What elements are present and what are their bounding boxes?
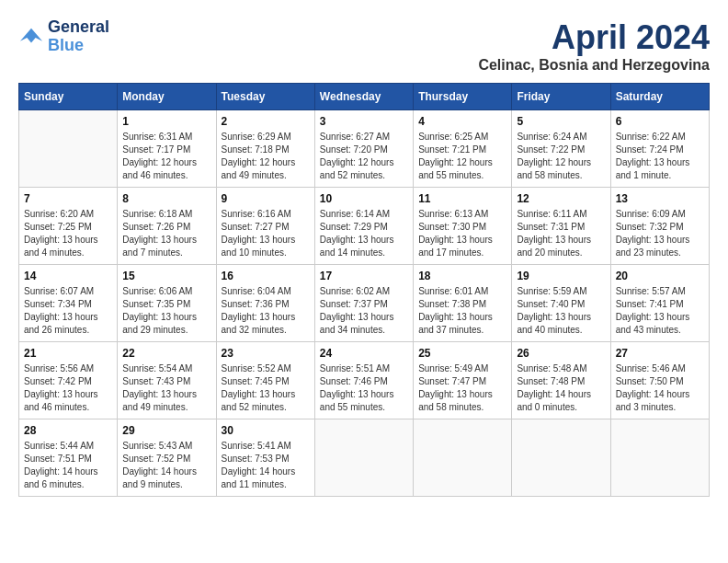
calendar-cell: 8Sunrise: 6:18 AM Sunset: 7:26 PM Daylig… bbox=[118, 188, 216, 265]
day-number: 28 bbox=[24, 424, 112, 437]
day-info: Sunrise: 6:14 AM Sunset: 7:29 PM Dayligh… bbox=[320, 208, 408, 259]
calendar-week-2: 7Sunrise: 6:20 AM Sunset: 7:25 PM Daylig… bbox=[19, 188, 710, 265]
day-number: 20 bbox=[616, 270, 704, 282]
calendar-table: SundayMondayTuesdayWednesdayThursdayFrid… bbox=[18, 83, 710, 497]
calendar-week-5: 28Sunrise: 5:44 AM Sunset: 7:51 PM Dayli… bbox=[19, 419, 710, 497]
calendar-cell: 3Sunrise: 6:27 AM Sunset: 7:20 PM Daylig… bbox=[314, 110, 413, 188]
calendar-cell: 17Sunrise: 6:02 AM Sunset: 7:37 PM Dayli… bbox=[314, 265, 413, 342]
calendar-cell: 24Sunrise: 5:51 AM Sunset: 7:46 PM Dayli… bbox=[314, 342, 413, 419]
day-info: Sunrise: 6:11 AM Sunset: 7:31 PM Dayligh… bbox=[517, 208, 605, 259]
day-info: Sunrise: 6:18 AM Sunset: 7:26 PM Dayligh… bbox=[122, 208, 210, 259]
day-info: Sunrise: 6:29 AM Sunset: 7:18 PM Dayligh… bbox=[222, 131, 310, 182]
calendar-cell: 2Sunrise: 6:29 AM Sunset: 7:18 PM Daylig… bbox=[216, 110, 314, 188]
weekday-header-friday: Friday bbox=[512, 84, 610, 110]
day-info: Sunrise: 6:31 AM Sunset: 7:17 PM Dayligh… bbox=[122, 131, 210, 182]
calendar-cell: 26Sunrise: 5:48 AM Sunset: 7:48 PM Dayli… bbox=[512, 342, 610, 419]
day-number: 23 bbox=[222, 347, 310, 360]
day-number: 25 bbox=[418, 347, 506, 360]
day-info: Sunrise: 5:54 AM Sunset: 7:43 PM Dayligh… bbox=[122, 362, 210, 414]
calendar-cell: 14Sunrise: 6:07 AM Sunset: 7:34 PM Dayli… bbox=[19, 265, 118, 342]
calendar-cell: 9Sunrise: 6:16 AM Sunset: 7:27 PM Daylig… bbox=[216, 188, 314, 265]
day-info: Sunrise: 6:09 AM Sunset: 7:32 PM Dayligh… bbox=[616, 208, 704, 259]
weekday-header-monday: Monday bbox=[118, 84, 216, 110]
calendar-cell: 1Sunrise: 6:31 AM Sunset: 7:17 PM Daylig… bbox=[118, 110, 216, 188]
weekday-header-sunday: Sunday bbox=[19, 84, 118, 110]
calendar-cell: 27Sunrise: 5:46 AM Sunset: 7:50 PM Dayli… bbox=[610, 342, 709, 419]
day-info: Sunrise: 6:24 AM Sunset: 7:22 PM Dayligh… bbox=[517, 131, 605, 182]
calendar-week-1: 1Sunrise: 6:31 AM Sunset: 7:17 PM Daylig… bbox=[19, 110, 710, 188]
day-info: Sunrise: 5:57 AM Sunset: 7:41 PM Dayligh… bbox=[616, 285, 704, 337]
logo-icon bbox=[18, 24, 44, 50]
day-info: Sunrise: 5:43 AM Sunset: 7:52 PM Dayligh… bbox=[122, 440, 210, 491]
weekday-header-tuesday: Tuesday bbox=[216, 84, 314, 110]
day-info: Sunrise: 5:46 AM Sunset: 7:50 PM Dayligh… bbox=[616, 362, 704, 414]
calendar-cell: 18Sunrise: 6:01 AM Sunset: 7:38 PM Dayli… bbox=[414, 265, 512, 342]
day-number: 14 bbox=[24, 270, 112, 282]
calendar-cell bbox=[512, 419, 610, 497]
calendar-cell: 4Sunrise: 6:25 AM Sunset: 7:21 PM Daylig… bbox=[414, 110, 512, 188]
day-number: 22 bbox=[122, 347, 210, 360]
day-number: 11 bbox=[418, 192, 506, 205]
calendar-header: SundayMondayTuesdayWednesdayThursdayFrid… bbox=[19, 84, 710, 110]
calendar-cell: 28Sunrise: 5:44 AM Sunset: 7:51 PM Dayli… bbox=[19, 419, 118, 497]
day-number: 4 bbox=[418, 115, 506, 128]
logo: General Blue bbox=[18, 18, 109, 55]
day-number: 16 bbox=[222, 270, 310, 282]
day-number: 6 bbox=[616, 115, 704, 128]
weekday-header-thursday: Thursday bbox=[414, 84, 512, 110]
day-number: 15 bbox=[122, 270, 210, 282]
weekday-header-wednesday: Wednesday bbox=[314, 84, 413, 110]
day-info: Sunrise: 6:27 AM Sunset: 7:20 PM Dayligh… bbox=[320, 131, 408, 182]
day-info: Sunrise: 5:44 AM Sunset: 7:51 PM Dayligh… bbox=[24, 440, 112, 491]
location: Celinac, Bosnia and Herzegovina bbox=[478, 57, 710, 74]
day-number: 7 bbox=[24, 192, 112, 205]
day-info: Sunrise: 6:13 AM Sunset: 7:30 PM Dayligh… bbox=[418, 208, 506, 259]
day-info: Sunrise: 5:41 AM Sunset: 7:53 PM Dayligh… bbox=[222, 440, 310, 491]
day-number: 18 bbox=[418, 270, 506, 282]
day-number: 24 bbox=[320, 347, 408, 360]
calendar-cell: 13Sunrise: 6:09 AM Sunset: 7:32 PM Dayli… bbox=[610, 188, 709, 265]
day-number: 29 bbox=[122, 424, 210, 437]
day-info: Sunrise: 5:59 AM Sunset: 7:40 PM Dayligh… bbox=[517, 285, 605, 337]
page-header: General Blue April 2024 Celinac, Bosnia … bbox=[18, 18, 710, 74]
day-number: 10 bbox=[320, 192, 408, 205]
day-info: Sunrise: 6:01 AM Sunset: 7:38 PM Dayligh… bbox=[418, 285, 506, 337]
calendar-week-4: 21Sunrise: 5:56 AM Sunset: 7:42 PM Dayli… bbox=[19, 342, 710, 419]
month-title: April 2024 bbox=[478, 18, 710, 57]
day-number: 2 bbox=[222, 115, 310, 128]
day-number: 3 bbox=[320, 115, 408, 128]
day-number: 27 bbox=[616, 347, 704, 360]
day-info: Sunrise: 6:02 AM Sunset: 7:37 PM Dayligh… bbox=[320, 285, 408, 337]
calendar-cell: 15Sunrise: 6:06 AM Sunset: 7:35 PM Dayli… bbox=[118, 265, 216, 342]
day-info: Sunrise: 5:52 AM Sunset: 7:45 PM Dayligh… bbox=[222, 362, 310, 414]
day-info: Sunrise: 6:04 AM Sunset: 7:36 PM Dayligh… bbox=[222, 285, 310, 337]
day-number: 5 bbox=[517, 115, 605, 128]
weekday-header-saturday: Saturday bbox=[610, 84, 709, 110]
calendar-week-3: 14Sunrise: 6:07 AM Sunset: 7:34 PM Dayli… bbox=[19, 265, 710, 342]
calendar-cell: 23Sunrise: 5:52 AM Sunset: 7:45 PM Dayli… bbox=[216, 342, 314, 419]
calendar-cell bbox=[314, 419, 413, 497]
calendar-cell: 5Sunrise: 6:24 AM Sunset: 7:22 PM Daylig… bbox=[512, 110, 610, 188]
calendar-cell: 22Sunrise: 5:54 AM Sunset: 7:43 PM Dayli… bbox=[118, 342, 216, 419]
calendar-cell: 16Sunrise: 6:04 AM Sunset: 7:36 PM Dayli… bbox=[216, 265, 314, 342]
day-info: Sunrise: 5:51 AM Sunset: 7:46 PM Dayligh… bbox=[320, 362, 408, 414]
day-info: Sunrise: 5:48 AM Sunset: 7:48 PM Dayligh… bbox=[517, 362, 605, 414]
calendar-cell: 12Sunrise: 6:11 AM Sunset: 7:31 PM Dayli… bbox=[512, 188, 610, 265]
calendar-cell: 25Sunrise: 5:49 AM Sunset: 7:47 PM Dayli… bbox=[414, 342, 512, 419]
calendar-cell: 7Sunrise: 6:20 AM Sunset: 7:25 PM Daylig… bbox=[19, 188, 118, 265]
calendar-cell bbox=[610, 419, 709, 497]
day-number: 8 bbox=[122, 192, 210, 205]
day-number: 13 bbox=[616, 192, 704, 205]
calendar-cell bbox=[414, 419, 512, 497]
calendar-cell: 11Sunrise: 6:13 AM Sunset: 7:30 PM Dayli… bbox=[414, 188, 512, 265]
day-info: Sunrise: 6:20 AM Sunset: 7:25 PM Dayligh… bbox=[24, 208, 112, 259]
day-info: Sunrise: 6:16 AM Sunset: 7:27 PM Dayligh… bbox=[222, 208, 310, 259]
day-info: Sunrise: 5:56 AM Sunset: 7:42 PM Dayligh… bbox=[24, 362, 112, 414]
calendar-cell: 30Sunrise: 5:41 AM Sunset: 7:53 PM Dayli… bbox=[216, 419, 314, 497]
day-number: 30 bbox=[222, 424, 310, 437]
day-number: 1 bbox=[122, 115, 210, 128]
calendar-cell: 20Sunrise: 5:57 AM Sunset: 7:41 PM Dayli… bbox=[610, 265, 709, 342]
day-info: Sunrise: 6:07 AM Sunset: 7:34 PM Dayligh… bbox=[24, 285, 112, 337]
calendar-cell: 10Sunrise: 6:14 AM Sunset: 7:29 PM Dayli… bbox=[314, 188, 413, 265]
calendar-cell bbox=[19, 110, 118, 188]
